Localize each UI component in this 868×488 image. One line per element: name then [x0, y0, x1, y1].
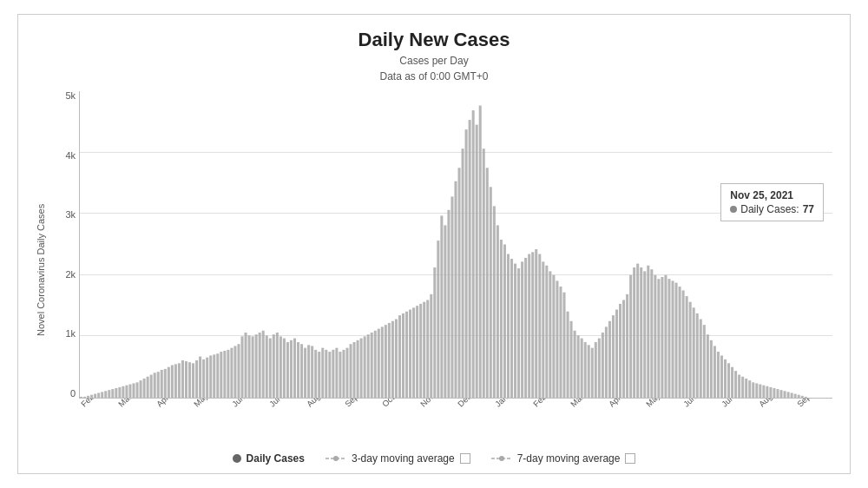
svg-rect-47 [245, 333, 247, 398]
svg-rect-89 [391, 321, 394, 398]
svg-rect-189 [741, 377, 744, 398]
svg-rect-6 [101, 392, 103, 398]
svg-rect-92 [402, 313, 404, 398]
svg-rect-100 [430, 294, 432, 398]
svg-rect-33 [195, 360, 198, 398]
svg-rect-5 [97, 392, 100, 398]
svg-rect-24 [164, 369, 167, 398]
svg-rect-155 [622, 300, 625, 398]
x-tick: Dec 21, 2020 [456, 399, 497, 409]
svg-rect-124 [514, 264, 516, 398]
y-tick: 1k [53, 329, 76, 339]
svg-rect-91 [398, 315, 401, 398]
svg-rect-199 [776, 389, 779, 398]
svg-rect-95 [412, 307, 415, 398]
svg-rect-42 [227, 350, 229, 398]
svg-rect-23 [161, 370, 163, 398]
svg-rect-169 [672, 280, 674, 398]
svg-rect-101 [433, 267, 436, 398]
svg-rect-44 [233, 346, 236, 398]
svg-rect-105 [447, 210, 450, 398]
svg-rect-122 [507, 254, 510, 398]
svg-rect-192 [752, 382, 754, 398]
svg-rect-54 [269, 339, 272, 398]
chart-body: Novel Coronavirus Daily Cases 01k2k3k4k5… [36, 91, 832, 449]
svg-rect-94 [409, 310, 411, 398]
svg-rect-76 [345, 348, 348, 398]
svg-rect-56 [276, 333, 279, 398]
svg-rect-65 [307, 345, 310, 398]
svg-rect-175 [693, 307, 695, 398]
svg-rect-77 [350, 344, 352, 398]
svg-rect-62 [297, 342, 299, 398]
svg-rect-1 [83, 397, 86, 398]
svg-rect-15 [132, 383, 135, 398]
chart-container: Daily New Cases Cases per Day Data as of… [17, 14, 851, 474]
svg-rect-166 [661, 277, 663, 398]
svg-rect-129 [531, 252, 534, 398]
svg-rect-125 [517, 268, 520, 398]
svg-rect-84 [374, 331, 377, 398]
svg-rect-156 [626, 294, 628, 398]
svg-rect-154 [619, 304, 621, 398]
svg-rect-119 [496, 225, 499, 398]
tooltip-date: Nov 25, 2021 [730, 189, 814, 201]
svg-rect-143 [581, 339, 583, 398]
svg-rect-106 [450, 196, 453, 398]
svg-rect-83 [371, 333, 373, 398]
svg-rect-127 [524, 258, 527, 398]
svg-rect-9 [111, 389, 114, 398]
svg-rect-117 [490, 187, 492, 398]
svg-rect-164 [654, 275, 656, 398]
svg-rect-179 [707, 334, 709, 398]
svg-rect-134 [549, 271, 551, 398]
svg-rect-194 [759, 385, 761, 398]
legend-3day-label: 3-day moving average [352, 452, 455, 465]
svg-rect-151 [608, 321, 611, 398]
svg-rect-96 [416, 306, 418, 398]
svg-rect-162 [647, 266, 649, 398]
svg-rect-14 [128, 385, 131, 398]
svg-rect-41 [223, 351, 226, 398]
svg-rect-198 [773, 388, 775, 398]
svg-rect-141 [574, 331, 576, 398]
x-tick: Nov 20, 2020 [418, 399, 460, 409]
svg-rect-204 [794, 394, 797, 398]
svg-rect-136 [556, 280, 558, 398]
svg-rect-167 [664, 275, 667, 398]
svg-rect-201 [784, 391, 786, 398]
svg-rect-112 [472, 110, 475, 398]
svg-rect-116 [486, 168, 489, 398]
svg-rect-146 [591, 348, 594, 398]
svg-rect-104 [444, 225, 446, 398]
svg-rect-71 [328, 352, 331, 398]
svg-rect-130 [535, 249, 537, 398]
legend-3day: 3-day moving average [326, 452, 470, 465]
svg-rect-148 [598, 339, 601, 398]
svg-rect-8 [108, 390, 110, 398]
legend-3day-box [460, 453, 470, 464]
tooltip-cases: 77 [803, 203, 814, 215]
legend: Daily Cases 3-day moving average 7-day m… [36, 452, 832, 465]
svg-rect-165 [657, 279, 660, 398]
svg-rect-178 [703, 325, 706, 398]
svg-rect-63 [300, 344, 303, 398]
svg-rect-172 [682, 290, 685, 398]
svg-rect-31 [188, 362, 191, 398]
svg-rect-82 [367, 334, 370, 398]
svg-rect-12 [122, 386, 124, 398]
svg-rect-57 [279, 336, 282, 398]
x-tick: Jan 21, 2021 [493, 399, 534, 409]
svg-rect-113 [476, 125, 478, 398]
svg-rect-64 [304, 348, 306, 398]
x-tick: Jun 18, 2020 [230, 399, 271, 409]
svg-rect-111 [469, 120, 471, 398]
svg-rect-60 [290, 340, 293, 398]
svg-rect-13 [125, 386, 128, 398]
x-tick: May 18, 2020 [192, 399, 233, 409]
svg-rect-21 [154, 373, 156, 398]
legend-7day-box [625, 453, 635, 464]
svg-rect-69 [321, 348, 324, 398]
svg-rect-45 [237, 344, 240, 398]
svg-rect-168 [667, 279, 670, 398]
